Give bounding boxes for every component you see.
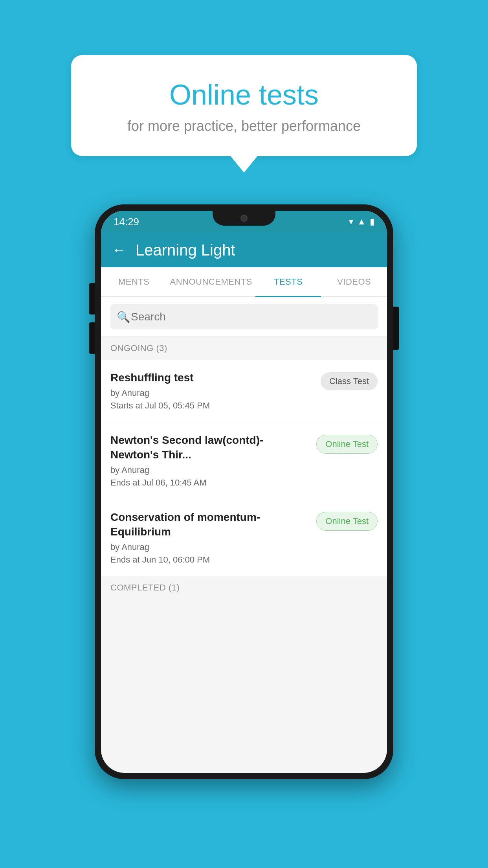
- test-name: Reshuffling test: [110, 371, 314, 385]
- speech-bubble-container: Online tests for more practice, better p…: [71, 55, 417, 156]
- test-info: Conservation of momentum-Equilibrium by …: [110, 510, 310, 565]
- wifi-icon: ▾: [349, 217, 353, 227]
- signal-icon: ▲: [357, 217, 366, 227]
- test-time: Ends at Jul 06, 10:45 AM: [110, 478, 310, 488]
- test-item[interactable]: Reshuffling test by Anurag Starts at Jul…: [101, 360, 387, 422]
- test-badge-online: Online Test: [316, 435, 378, 454]
- test-info: Reshuffling test by Anurag Starts at Jul…: [110, 371, 314, 411]
- front-camera: [240, 215, 248, 222]
- phone-notch: [213, 211, 275, 226]
- search-wrapper: 🔍: [110, 304, 378, 329]
- tab-ments[interactable]: MENTS: [101, 267, 167, 296]
- phone-outer: 14:29 ▾ ▲ ▮ ← Learning Light MENTS: [95, 204, 393, 779]
- test-name: Newton's Second law(contd)-Newton's Thir…: [110, 433, 310, 462]
- phone-inner: 14:29 ▾ ▲ ▮ ← Learning Light MENTS: [101, 211, 387, 773]
- app-header: ← Learning Light: [101, 233, 387, 267]
- battery-icon: ▮: [370, 217, 374, 227]
- search-icon: 🔍: [117, 311, 130, 324]
- bubble-subtitle: for more practice, better performance: [95, 118, 393, 134]
- search-input[interactable]: [110, 304, 378, 329]
- phone-screen: 14:29 ▾ ▲ ▮ ← Learning Light MENTS: [101, 211, 387, 773]
- test-author: by Anurag: [110, 388, 314, 398]
- test-list: Reshuffling test by Anurag Starts at Jul…: [101, 360, 387, 576]
- ongoing-section-header: ONGOING (3): [101, 337, 387, 360]
- test-info: Newton's Second law(contd)-Newton's Thir…: [110, 433, 310, 488]
- phone-mockup: 14:29 ▾ ▲ ▮ ← Learning Light MENTS: [95, 204, 393, 779]
- app-title: Learning Light: [136, 241, 235, 259]
- search-container: 🔍: [101, 297, 387, 337]
- test-time: Starts at Jul 05, 05:45 PM: [110, 401, 314, 411]
- test-author: by Anurag: [110, 542, 310, 552]
- test-time: Ends at Jun 10, 06:00 PM: [110, 555, 310, 565]
- bubble-title: Online tests: [95, 79, 393, 111]
- tab-videos[interactable]: VIDEOS: [321, 267, 387, 296]
- tab-tests[interactable]: TESTS: [255, 267, 321, 296]
- status-time: 14:29: [114, 216, 139, 228]
- test-item[interactable]: Conservation of momentum-Equilibrium by …: [101, 499, 387, 576]
- back-button[interactable]: ←: [112, 243, 126, 257]
- test-author: by Anurag: [110, 465, 310, 475]
- test-name: Conservation of momentum-Equilibrium: [110, 510, 310, 539]
- speech-bubble: Online tests for more practice, better p…: [71, 55, 417, 156]
- tabs-container: MENTS ANNOUNCEMENTS TESTS VIDEOS: [101, 267, 387, 297]
- completed-section-header: COMPLETED (1): [101, 576, 387, 599]
- tab-announcements[interactable]: ANNOUNCEMENTS: [167, 267, 255, 296]
- status-icons: ▾ ▲ ▮: [349, 217, 374, 227]
- test-item[interactable]: Newton's Second law(contd)-Newton's Thir…: [101, 422, 387, 499]
- test-badge-online-2: Online Test: [316, 512, 378, 531]
- test-badge-class: Class Test: [321, 372, 378, 390]
